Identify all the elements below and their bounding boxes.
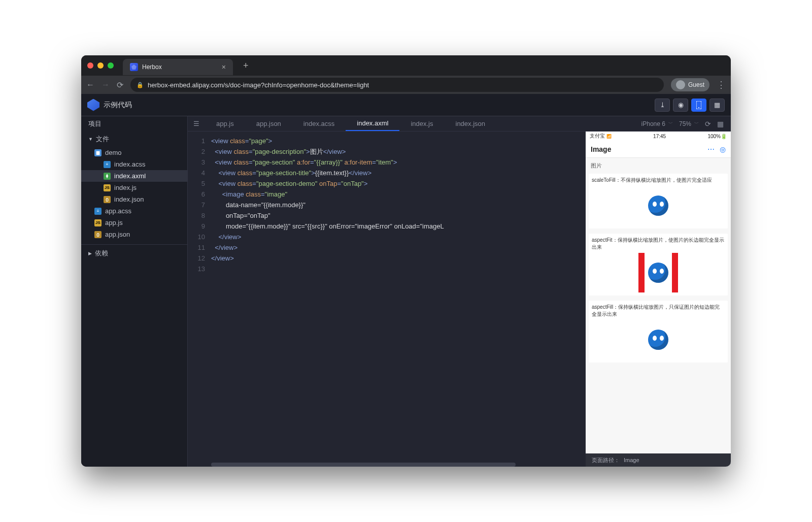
zoom-select[interactable]: 75%﹀: [679, 120, 699, 127]
horizontal-scrollbar[interactable]: [211, 463, 516, 467]
code-line: 2 <view class="page-description">图片</vie…: [188, 146, 586, 157]
tab-app-json[interactable]: app.json: [245, 116, 292, 131]
tab-index-acss[interactable]: index.acss: [292, 116, 346, 131]
address-bar: ← → ⟳ 🔒 herbox-embed.alipay.com/s/doc-im…: [81, 76, 731, 94]
file-tree: ▆demo ≡index.acss ⧫index.axml JSindex.js…: [81, 147, 187, 240]
tab-close-icon[interactable]: ×: [222, 63, 226, 71]
preview-card: aspectFill：保持纵横比缩放图片，只保证图片的短边能完全显示出来: [589, 301, 728, 363]
file-json-icon: {}: [94, 231, 101, 238]
main: ☰ app.js app.json index.acss index.axml …: [188, 116, 731, 467]
tree-item-index-json[interactable]: {}index.json: [81, 193, 187, 205]
footer-value: Image: [624, 457, 639, 463]
url-input[interactable]: 🔒 herbox-embed.alipay.com/s/doc-image?ch…: [130, 78, 664, 92]
chevron-down-icon: ﹀: [694, 120, 699, 127]
device-select[interactable]: iPhone 6﹀: [641, 120, 673, 127]
tree-item-index-js[interactable]: JSindex.js: [81, 182, 187, 193]
download-button[interactable]: ⤓: [655, 99, 670, 112]
reload-icon[interactable]: ⟳: [117, 80, 123, 90]
browser-window: Herbox × + ← → ⟳ 🔒 herbox-embed.alipay.c…: [81, 55, 731, 467]
app-header: 示例代码 ⤓ ◉ ▦: [81, 94, 731, 116]
back-icon[interactable]: ←: [86, 80, 94, 89]
sample-image: [638, 186, 678, 225]
file-acss-icon: ≡: [104, 161, 111, 168]
footer-label: 页面路径：: [592, 456, 620, 464]
phone-body[interactable]: 图片 scaleToFill：不保持纵横比缩放图片，使图片完全适应 aspect…: [586, 158, 731, 453]
tree-item-app-acss[interactable]: ≡app.acss: [81, 205, 187, 217]
folder-icon: ▆: [94, 149, 101, 156]
status-battery: 100%🔋: [707, 134, 727, 139]
url-text: herbox-embed.alipay.com/s/doc-image?chIn…: [148, 81, 369, 89]
phone-footer: 页面路径： Image: [586, 453, 731, 467]
header-actions: ⤓ ◉ ▦: [655, 99, 725, 112]
traffic-lights: [87, 62, 114, 69]
file-acss-icon: ≡: [94, 208, 101, 215]
code-line: 12</view>: [188, 253, 586, 264]
titlebar: Herbox × +: [81, 55, 731, 76]
preview-card: aspectFit：保持纵横比缩放图片，使图片的长边能完全显示出来: [589, 234, 728, 296]
grid-button[interactable]: ▦: [709, 99, 725, 112]
chevron-right-icon: ▶: [88, 251, 92, 256]
browser-menu-icon[interactable]: ⋮: [717, 79, 726, 90]
phone-page-title: Image: [591, 145, 611, 153]
code-line: 9 mode="{{item.mode}}" src="{{src}}" onE…: [188, 221, 586, 232]
file-json-icon: {}: [104, 196, 111, 203]
phone-icon: [696, 101, 701, 109]
body-area: 项目 ▼文件 ▆demo ≡index.acss ⧫index.axml JSi…: [81, 116, 731, 467]
browser-tab[interactable]: Herbox ×: [123, 59, 233, 75]
sample-image: [638, 253, 678, 292]
menu-icon[interactable]: ☰: [188, 116, 205, 131]
sidebar-files-section[interactable]: ▼文件: [81, 132, 187, 147]
tab-index-js[interactable]: index.js: [399, 116, 444, 131]
qr-button[interactable]: ◉: [673, 99, 688, 112]
code-line: 7 data-name="{{item.mode}}": [188, 200, 586, 210]
grid-view-icon[interactable]: ▦: [717, 120, 724, 128]
close-window-icon[interactable]: [87, 62, 93, 69]
sidebar-deps-section[interactable]: ▶依赖: [81, 244, 187, 261]
profile-label: Guest: [688, 81, 704, 88]
tab-index-json[interactable]: index.json: [445, 116, 497, 131]
code-editor[interactable]: 1<view class="page">2 <view class="page-…: [188, 132, 586, 467]
code-line: 8 onTap="onTap": [188, 210, 586, 221]
refresh-icon[interactable]: ⟳: [705, 120, 711, 128]
maximize-window-icon[interactable]: [108, 62, 114, 69]
new-tab-icon[interactable]: +: [243, 60, 249, 71]
code-line: 4 <view class="page-section-title">{{ite…: [188, 168, 586, 178]
chevron-down-icon: ▼: [88, 137, 93, 142]
more-icon[interactable]: ⋯: [707, 145, 715, 153]
preview-toolbar: iPhone 6﹀ 75%﹀ ⟳ ▦: [641, 116, 731, 131]
minimize-window-icon[interactable]: [97, 62, 104, 69]
tab-app-js[interactable]: app.js: [205, 116, 245, 131]
status-time: 17:45: [653, 134, 666, 139]
tree-item-index-acss[interactable]: ≡index.acss: [81, 158, 187, 170]
file-js-icon: JS: [94, 219, 101, 226]
preview-card: scaleToFill：不保持纵横比缩放图片，使图片完全适应: [589, 174, 728, 229]
phone-preview: 支付宝 📶 17:45 100%🔋 Image ⋯ ◎ 图片: [586, 132, 731, 467]
code-line: 5 <view class="page-section-demo" onTap=…: [188, 178, 586, 189]
tree-item-folder-demo[interactable]: ▆demo: [81, 147, 187, 158]
content-row: 1<view class="page">2 <view class="page-…: [188, 132, 731, 467]
code-line: 1<view class="page">: [188, 136, 586, 146]
chevron-down-icon: ﹀: [668, 120, 673, 127]
avatar-icon: [676, 80, 685, 89]
profile-button[interactable]: Guest: [671, 78, 709, 91]
code-line: 6 <image class="image": [188, 189, 586, 200]
editor-tab-row: ☰ app.js app.json index.acss index.axml …: [188, 116, 731, 132]
preview-section-label: 图片: [586, 158, 731, 174]
tab-index-axml[interactable]: index.axml: [346, 116, 399, 131]
tab-title: Herbox: [142, 63, 162, 71]
file-js-icon: JS: [104, 184, 111, 191]
phone-preview-button[interactable]: [691, 99, 706, 112]
tree-item-app-js[interactable]: JSapp.js: [81, 217, 187, 229]
forward-icon[interactable]: →: [101, 80, 110, 89]
svg-point-1: [698, 107, 699, 108]
target-icon[interactable]: ◎: [720, 145, 726, 153]
file-axml-icon: ⧫: [104, 173, 111, 180]
tree-item-index-axml[interactable]: ⧫index.axml: [81, 170, 187, 182]
carrier-label: 支付宝 📶: [590, 133, 612, 140]
phone-nav-actions: ⋯ ◎: [707, 145, 726, 153]
code-line: 11 </view>: [188, 242, 586, 253]
sidebar-panel-title: 项目: [81, 116, 187, 132]
lock-icon: 🔒: [137, 82, 144, 88]
tree-item-app-json[interactable]: {}app.json: [81, 229, 187, 240]
code-line: 10 </view>: [188, 232, 586, 242]
